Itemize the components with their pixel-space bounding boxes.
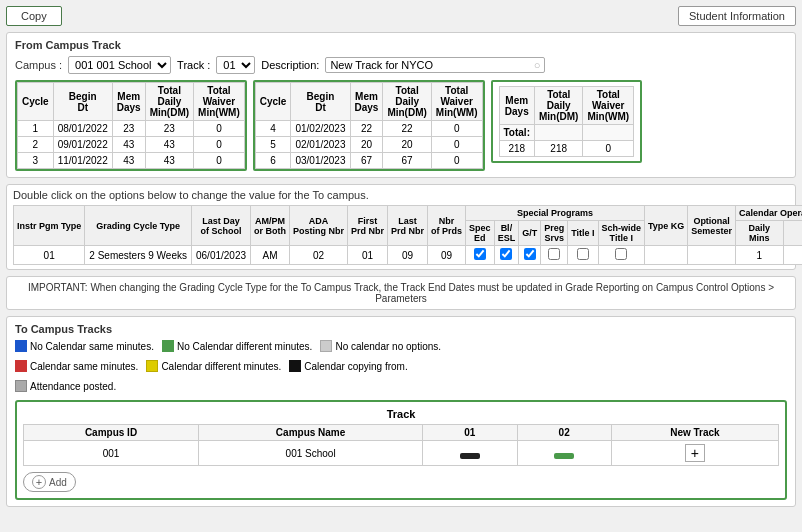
th-total-waiver-s: TotalWaiverMin(WM) [583,87,634,125]
track-01-button[interactable] [460,453,480,459]
cell-grading-cycle[interactable]: 2 Semesters 9 Weeks [85,246,192,265]
cell-title-i[interactable] [568,246,598,265]
legend-yellow: Calendar different minutes. [146,360,281,372]
cycle-table-2: Cycle BeginDt MemDays TotalDailyMin(DM) … [253,80,485,171]
table-row: 218 218 0 [499,141,634,157]
options-header: Double click on the options below to cha… [13,189,789,201]
total-label: Total: [504,127,530,138]
tables-row: Cycle BeginDt MemDays TotalDailyMin(DM) … [15,80,787,171]
gt-checkbox[interactable] [524,248,536,260]
legend-swatch-gray [320,340,332,352]
track-header: Track [23,408,779,420]
th-mem-days-s: MemDays [499,87,534,125]
cycle-table-1: Cycle BeginDt MemDays TotalDailyMin(DM) … [15,80,247,171]
track-table-wrapper: Track Campus ID Campus Name 01 02 New Tr… [15,400,787,500]
cell-first-prd[interactable]: 01 [348,246,388,265]
campus-select[interactable]: 001 001 School [68,56,171,74]
add-button[interactable]: + Add [23,472,76,492]
cell-optional-semester[interactable] [688,246,736,265]
cell-gt[interactable] [519,246,541,265]
desc-icon: ○ [534,59,541,71]
cell-last-day[interactable]: 06/01/2023 [192,246,251,265]
th-grading-cycle: Grading Cycle Type [85,206,192,246]
th-sch-wide: Sch-wideTitle I [598,221,645,246]
spec-ed-checkbox[interactable] [474,248,486,260]
cycle-data-table-2: Cycle BeginDt MemDays TotalDailyMin(DM) … [255,82,483,169]
main-container: Copy Student Information From Campus Tra… [0,0,802,532]
from-campus-section: From Campus Track Campus : 001 001 Schoo… [6,32,796,178]
cell-ada[interactable]: 02 [290,246,348,265]
th-last-day: Last Dayof School [192,206,251,246]
summary-box: MemDays TotalDailyMin(DM) TotalWaiverMin… [491,80,643,163]
th-mem-days-2: MemDays [350,83,383,121]
th-preg-srvs: PregSrvs [541,221,568,246]
from-campus-title: From Campus Track [15,39,787,51]
track-table-row: 001 001 School + [24,441,779,466]
cell-nbr-prds[interactable]: 09 [428,246,466,265]
legend-black-label: Calendar copying from. [304,361,407,372]
th-nbr-prds: Nbrof Prds [428,206,466,246]
th-ampm: AM/PMor Both [251,206,290,246]
legend-swatch-red [15,360,27,372]
description-label: Description: [261,59,319,71]
cell-ampm[interactable]: AM [251,246,290,265]
important-message: IMPORTANT: When changing the Grading Cyc… [6,276,796,310]
cell-sch-wide[interactable] [598,246,645,265]
campus-label: Campus : [15,59,62,71]
to-campus-section: To Campus Tracks No Calendar same minute… [6,316,796,507]
summary-table: MemDays TotalDailyMin(DM) TotalWaiverMin… [499,86,635,157]
campus-id-cell: 001 [24,441,199,466]
track-02-button[interactable] [554,453,574,459]
th-last-prd: LastPrd Nbr [388,206,428,246]
new-track-plus-button[interactable]: + [685,444,705,462]
th-title-i: Title I [568,221,598,246]
th-total-waiver-2: TotalWaiverMin(WM) [431,83,482,121]
student-info-button[interactable]: Student Information [678,6,796,26]
cell-bi-esl[interactable] [494,246,519,265]
add-label: Add [49,477,67,488]
title-i-checkbox[interactable] [577,248,589,260]
th-special-programs: Special Programs [466,206,645,221]
cell-short-daily-mins[interactable]: 1 [783,246,802,265]
th-gt: G/T [519,221,541,246]
track-select[interactable]: 01 [216,56,255,74]
legend-green-label: No Calendar different minutes. [177,341,312,352]
bi-esl-checkbox[interactable] [500,248,512,260]
th-begin-dt-1: BeginDt [53,83,112,121]
th-ada: ADAPosting Nbr [290,206,348,246]
track-02-cell[interactable] [517,441,611,466]
options-table: Instr Pgm Type Grading Cycle Type Last D… [13,205,802,265]
cell-spec-ed[interactable] [466,246,495,265]
preg-srvs-checkbox[interactable] [548,248,560,260]
legend-row-2: Calendar same minutes. Calendar differen… [15,360,787,372]
cell-instr-pgm[interactable]: 01 [14,246,85,265]
th-mem-days-1: MemDays [112,83,145,121]
th-cycle-2: Cycle [255,83,291,121]
th-campus-id: Campus ID [24,425,199,441]
th-begin-dt-2: BeginDt [291,83,350,121]
legend-swatch-blue [15,340,27,352]
table-row: 6 03/01/2023 67 67 0 [255,153,482,169]
to-campus-title: To Campus Tracks [15,323,787,335]
legend-attendance: Attendance posted. [15,380,116,392]
th-campus-name: Campus Name [198,425,422,441]
options-section: Double click on the options below to cha… [6,184,796,270]
summary-total-row: Total: [499,125,634,141]
legend-blue: No Calendar same minutes. [15,340,154,352]
cell-preg-srvs[interactable] [541,246,568,265]
th-total-waiver-1: TotalWaiverMin(WM) [194,83,245,121]
sch-wide-checkbox[interactable] [615,248,627,260]
description-field: New Track for NYCO ○ [325,57,545,73]
add-plus-icon: + [32,475,46,489]
th-total-daily-1: TotalDailyMin(DM) [145,83,193,121]
cell-last-prd[interactable]: 09 [388,246,428,265]
new-track-cell[interactable]: + [611,441,778,466]
add-row: + Add [23,472,779,492]
cell-daily-mins[interactable]: 1 [735,246,783,265]
cell-type-kg[interactable] [645,246,688,265]
legend-attendance-label: Attendance posted. [30,381,116,392]
legend-red: Calendar same minutes. [15,360,138,372]
track-01-cell[interactable] [423,441,517,466]
th-total-daily-2: TotalDailyMin(DM) [383,83,431,121]
copy-button[interactable]: Copy [6,6,62,26]
